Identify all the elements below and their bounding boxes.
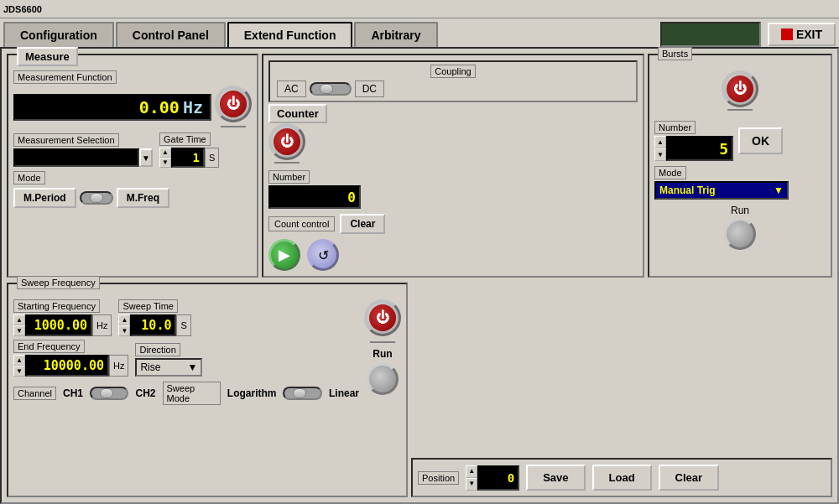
sweep-run-label: Run bbox=[373, 348, 392, 360]
panel-bursts: Bursts ⏻ Number bbox=[648, 54, 832, 278]
end-freq-spinner[interactable]: ▲ ▼ bbox=[13, 355, 25, 377]
bursts-ok-button[interactable]: OK bbox=[738, 127, 783, 154]
counter-play-button[interactable]: ▶ bbox=[268, 239, 300, 271]
save-button[interactable]: Save bbox=[526, 465, 585, 491]
bursts-number-up[interactable]: ▲ bbox=[654, 136, 666, 148]
bursts-run-dial[interactable] bbox=[724, 218, 756, 250]
position-down[interactable]: ▼ bbox=[466, 478, 477, 491]
bursts-mode-label: Mode bbox=[654, 166, 686, 179]
bursts-power-inner: ⏻ bbox=[727, 75, 753, 102]
tab-arbitrary[interactable]: Arbitrary bbox=[354, 22, 437, 47]
sweep-mode-toggle[interactable] bbox=[283, 387, 321, 400]
bursts-mode-dropdown[interactable]: Manual Trig ▼ bbox=[654, 181, 789, 200]
sweep-time-down[interactable]: ▼ bbox=[118, 325, 130, 336]
clear-button[interactable]: Clear bbox=[659, 465, 720, 491]
sweep-power-inner: ⏻ bbox=[369, 304, 396, 331]
mode-label: Mode bbox=[13, 171, 45, 184]
counter-power-line bbox=[274, 162, 300, 164]
starting-freq-spinner[interactable]: ▲ ▼ bbox=[13, 314, 25, 336]
top-row: Measure Measurement Function 0.00 Hz ⏻ bbox=[7, 54, 832, 278]
panel-sweep: Sweep Frequency Starting Frequency ▲ bbox=[7, 283, 408, 497]
tab-exit-area: EXIT bbox=[660, 22, 836, 47]
sweep-time-up[interactable]: ▲ bbox=[118, 314, 130, 325]
gate-time-down[interactable]: ▼ bbox=[159, 158, 171, 168]
starting-freq-unit: Hz bbox=[92, 314, 112, 336]
linear-label: Linear bbox=[329, 387, 359, 399]
sweep-time-unit: S bbox=[176, 314, 190, 336]
channel-toggle-thumb bbox=[100, 388, 113, 398]
counter-number-value: 0 bbox=[268, 185, 361, 209]
starting-freq-up[interactable]: ▲ bbox=[13, 314, 25, 325]
counter-bottom-placeholder bbox=[411, 283, 832, 455]
sweep-run-dial[interactable] bbox=[367, 363, 399, 395]
bursts-number-down[interactable]: ▼ bbox=[654, 148, 666, 161]
exit-button[interactable]: EXIT bbox=[768, 23, 836, 46]
bursts-mode-value: Manual Trig bbox=[659, 184, 716, 196]
mode-toggle-thumb bbox=[90, 193, 103, 203]
counter-power-inner: ⏻ bbox=[274, 128, 300, 155]
coupling-label: Coupling bbox=[430, 65, 475, 78]
sweep-mode-label: Sweep Mode bbox=[163, 382, 221, 405]
m-freq-button[interactable]: M.Freq bbox=[117, 188, 169, 208]
position-up[interactable]: ▲ bbox=[466, 465, 477, 478]
direction-dropdown[interactable]: Rise ▼ bbox=[135, 358, 202, 377]
end-freq-down[interactable]: ▼ bbox=[13, 366, 25, 377]
end-freq-unit: Hz bbox=[109, 355, 128, 377]
counter-power-button[interactable]: ⏻ bbox=[268, 123, 305, 160]
position-spinner[interactable]: ▲ ▼ bbox=[466, 465, 477, 491]
tab-extend-function[interactable]: Extend Function bbox=[227, 22, 353, 47]
position-label: Position bbox=[418, 471, 459, 485]
panel-measure: Measure Measurement Function 0.00 Hz ⏻ bbox=[7, 54, 258, 278]
end-freq-label: End Frequency bbox=[13, 340, 85, 353]
measure-button[interactable]: Measure bbox=[17, 47, 78, 66]
load-button[interactable]: Load bbox=[592, 465, 652, 491]
tab-configuration[interactable]: Configuration bbox=[3, 22, 114, 47]
bursts-mode-arrow: ▼ bbox=[774, 184, 784, 196]
main-window: Configuration Control Panel Extend Funct… bbox=[0, 18, 839, 504]
sweep-time-spinner[interactable]: ▲ ▼ bbox=[118, 314, 130, 336]
logarithm-label: Logarithm bbox=[227, 387, 277, 399]
channel-toggle[interactable] bbox=[90, 387, 128, 400]
measurement-function-label: Measurement Function bbox=[13, 70, 117, 84]
green-indicator bbox=[660, 22, 761, 47]
starting-freq-value[interactable]: 1000.00 bbox=[25, 314, 92, 336]
sweep-mode-toggle-thumb bbox=[293, 388, 306, 398]
end-freq-value[interactable]: 10000.00 bbox=[25, 355, 109, 377]
m-period-button[interactable]: M.Period bbox=[13, 188, 76, 208]
gate-time-spinner[interactable]: ▲ ▼ bbox=[159, 148, 171, 168]
title-bar: JDS6600 bbox=[0, 0, 839, 18]
end-freq-up[interactable]: ▲ bbox=[13, 355, 25, 366]
dc-button[interactable]: DC bbox=[355, 81, 384, 97]
sweep-time-label: Sweep Time bbox=[118, 299, 178, 313]
counter-refresh-button[interactable]: ↺ bbox=[307, 239, 339, 271]
tab-control-panel[interactable]: Control Panel bbox=[116, 22, 226, 47]
panel-counter: Coupling AC DC Coun bbox=[262, 54, 644, 278]
power-btn-inner: ⏻ bbox=[220, 91, 247, 117]
gate-time-label: Gate Time bbox=[159, 132, 211, 146]
sweep-time-value[interactable]: 10.0 bbox=[130, 314, 176, 336]
measurement-selection-dropdown-btn[interactable]: ▼ bbox=[139, 148, 153, 167]
bursts-number-label: Number bbox=[654, 121, 696, 134]
direction-label: Direction bbox=[135, 343, 180, 356]
position-value: 0 bbox=[477, 465, 519, 491]
frequency-display: 0.00 Hz bbox=[13, 94, 211, 121]
ch1-label: CH1 bbox=[63, 387, 83, 399]
measure-power-button[interactable]: ⏻ bbox=[215, 86, 252, 122]
mode-toggle[interactable] bbox=[80, 191, 113, 205]
bursts-number-spinner[interactable]: ▲ ▼ bbox=[654, 136, 666, 161]
ac-button[interactable]: AC bbox=[277, 81, 306, 97]
sweep-power-button[interactable]: ⏻ bbox=[364, 299, 401, 336]
power-line bbox=[221, 126, 246, 127]
starting-freq-label: Starting Frequency bbox=[13, 299, 100, 313]
gate-time-up[interactable]: ▲ bbox=[159, 148, 171, 158]
bursts-power-button[interactable]: ⏻ bbox=[722, 70, 758, 107]
title-text: JDS6600 bbox=[3, 4, 42, 14]
coupling-inner: AC DC bbox=[277, 81, 629, 97]
starting-freq-down[interactable]: ▼ bbox=[13, 325, 25, 336]
bursts-run-label: Run bbox=[724, 205, 756, 216]
right-bottom-panel: Position ▲ ▼ 0 Save Load Clear bbox=[411, 283, 832, 497]
counter-clear-button[interactable]: Clear bbox=[340, 214, 385, 234]
measurement-selection-field[interactable] bbox=[13, 148, 139, 167]
coupling-toggle[interactable] bbox=[310, 82, 352, 96]
frequency-unit: Hz bbox=[183, 97, 203, 117]
